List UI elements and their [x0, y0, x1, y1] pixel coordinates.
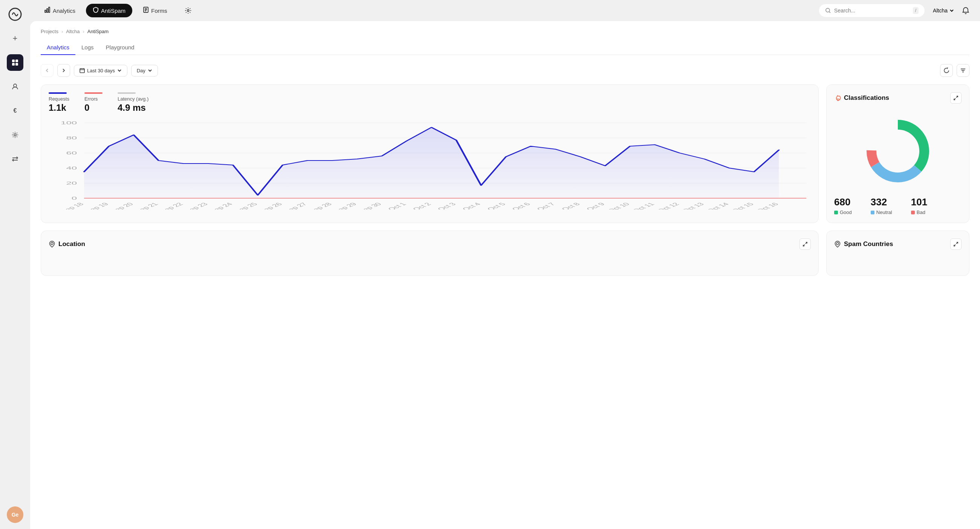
breadcrumb-projects[interactable]: Projects — [41, 29, 59, 34]
svg-text:Oct 6: Oct 6 — [511, 202, 532, 210]
filter-btn[interactable] — [957, 64, 969, 77]
search-kbd: / — [913, 7, 919, 14]
svg-text:Sep 18: Sep 18 — [59, 202, 86, 210]
search-input[interactable] — [834, 8, 910, 14]
svg-point-5 — [14, 84, 17, 87]
svg-text:Oct 3: Oct 3 — [436, 202, 458, 210]
app-logo — [7, 6, 23, 22]
chart-svg: 100 80 60 40 20 0 — [49, 119, 811, 210]
svg-text:Sep 19: Sep 19 — [84, 202, 110, 210]
refresh-icon — [943, 67, 950, 73]
analytics-nav-icon — [45, 7, 51, 14]
location-title: Location — [49, 240, 85, 248]
chevron-left-icon — [45, 68, 50, 73]
svg-rect-1 — [12, 60, 15, 62]
user-avatar[interactable]: Ge — [7, 507, 23, 523]
notifications-bell[interactable] — [959, 4, 972, 17]
svg-point-11 — [187, 10, 189, 12]
svg-rect-13 — [80, 68, 84, 73]
svg-rect-8 — [47, 9, 48, 13]
neutral-dot — [871, 211, 875, 214]
chevron-down-icon — [148, 68, 152, 73]
page-tabs: Analytics Logs Playground — [41, 40, 969, 55]
metric-errors: Errors 0 — [84, 92, 102, 113]
tab-logs[interactable]: Logs — [75, 40, 100, 55]
bad-dot — [911, 211, 915, 214]
flame-icon — [834, 95, 841, 102]
svg-text:60: 60 — [66, 151, 77, 155]
sidebar-billing-btn[interactable]: € — [7, 102, 23, 119]
svg-text:Oct 14: Oct 14 — [705, 202, 730, 210]
user-menu[interactable]: Altcha — [933, 8, 955, 14]
svg-rect-2 — [16, 60, 18, 62]
requests-value: 1.1k — [49, 102, 69, 113]
svg-point-12 — [826, 8, 830, 12]
stat-good: 680 Good — [834, 196, 852, 215]
svg-text:Oct 12: Oct 12 — [655, 202, 681, 210]
good-value: 680 — [834, 196, 852, 208]
interval-dropdown[interactable]: Day — [131, 65, 158, 76]
svg-rect-9 — [49, 7, 50, 13]
nav-tab-forms[interactable]: Forms — [136, 4, 174, 17]
sidebar-apps-btn[interactable] — [7, 54, 23, 71]
metric-requests: Requests 1.1k — [49, 92, 69, 113]
stat-bad: 101 Bad — [911, 196, 927, 215]
nav-right: Altcha — [933, 4, 972, 17]
next-btn[interactable] — [57, 64, 70, 77]
svg-text:100: 100 — [61, 121, 77, 125]
svg-text:Sep 20: Sep 20 — [108, 202, 135, 210]
dashboard-grid: Requests 1.1k Errors 0 Latency (avg.) 4.… — [41, 84, 969, 223]
toolbar: Last 30 days Day — [41, 64, 969, 77]
chevron-down-icon — [117, 68, 122, 73]
latency-legend-line — [118, 92, 136, 94]
spam-countries-card: Spam Countries — [826, 230, 969, 276]
bad-label: Bad — [917, 210, 925, 215]
top-navigation: Analytics AntiSpam Forms — [30, 0, 980, 21]
classifications-expand-btn[interactable] — [950, 92, 961, 103]
classifications-title: Classifications — [834, 94, 889, 102]
svg-text:Sep 22: Sep 22 — [158, 202, 185, 210]
svg-text:Oct 1: Oct 1 — [386, 202, 408, 210]
content-area: Projects › Altcha › AntiSpam Analytics L… — [30, 21, 980, 529]
nav-tab-antispam[interactable]: AntiSpam — [86, 4, 132, 17]
nav-tab-settings[interactable] — [178, 4, 198, 17]
chart-area: 100 80 60 40 20 0 — [49, 119, 811, 210]
sidebar: + € Ge — [0, 0, 30, 529]
sidebar-add-btn[interactable]: + — [7, 30, 23, 47]
spam-countries-expand-btn[interactable] — [950, 238, 961, 250]
expand-icon — [953, 241, 959, 247]
neutral-label: Neutral — [877, 210, 892, 215]
sidebar-users-btn[interactable] — [7, 78, 23, 95]
nav-tab-analytics[interactable]: Analytics — [38, 4, 82, 17]
tab-analytics[interactable]: Analytics — [41, 40, 75, 55]
search-bar: / — [819, 4, 924, 17]
expand-icon — [802, 241, 808, 247]
sidebar-settings-btn[interactable] — [7, 127, 23, 143]
svg-text:20: 20 — [66, 181, 77, 185]
breadcrumb-altcha[interactable]: Altcha — [66, 29, 80, 34]
main-area: Analytics AntiSpam Forms — [30, 0, 980, 529]
location-header: Location — [49, 238, 811, 250]
svg-text:40: 40 — [66, 166, 77, 170]
chevron-down-icon — [949, 8, 955, 13]
svg-text:0: 0 — [72, 196, 77, 200]
sidebar-exchange-btn[interactable] — [7, 151, 23, 167]
prev-btn[interactable] — [41, 64, 54, 77]
breadcrumb-current: AntiSpam — [88, 29, 108, 34]
spam-countries-icon — [834, 241, 841, 248]
svg-text:Sep 25: Sep 25 — [232, 202, 259, 210]
svg-text:Sep 28: Sep 28 — [307, 202, 334, 210]
date-range-dropdown[interactable]: Last 30 days — [74, 65, 127, 76]
filter-icon — [960, 67, 966, 73]
svg-text:Oct 16: Oct 16 — [755, 202, 780, 210]
location-expand-btn[interactable] — [799, 238, 811, 250]
svg-text:Oct 11: Oct 11 — [631, 202, 656, 210]
errors-value: 0 — [84, 102, 102, 113]
classifications-stats: 680 Good 332 Neutral 1 — [834, 196, 961, 215]
tab-playground[interactable]: Playground — [100, 40, 141, 55]
location-icon — [49, 241, 56, 248]
svg-text:Sep 26: Sep 26 — [257, 202, 284, 210]
stat-neutral: 332 Neutral — [871, 196, 892, 215]
refresh-btn[interactable] — [940, 64, 953, 77]
requests-label: Requests — [49, 96, 69, 102]
